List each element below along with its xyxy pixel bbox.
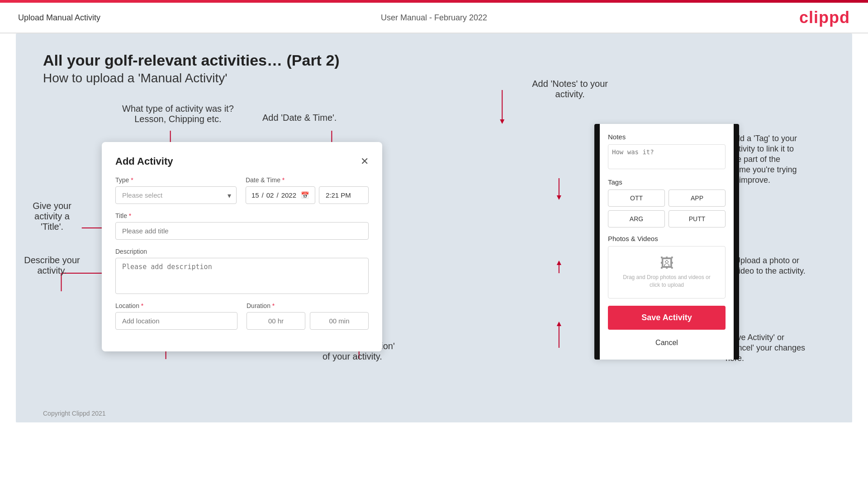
- duration-group: Duration *: [247, 302, 369, 330]
- svg-marker-18: [557, 261, 561, 265]
- date-input[interactable]: 15 / 02 / 2022 📅: [246, 186, 315, 204]
- location-input[interactable]: [115, 312, 237, 330]
- logo: clippd: [799, 8, 850, 27]
- calendar-icon[interactable]: 📅: [301, 191, 309, 199]
- cancel-link[interactable]: Cancel: [608, 335, 726, 351]
- upload-icon: 🖼: [613, 256, 721, 271]
- page-subtitle: How to upload a 'Manual Activity': [43, 71, 825, 85]
- annotation-description: Describe your activity.: [20, 255, 84, 276]
- dialog-title: Add Activity: [115, 156, 173, 167]
- duration-inputs: [247, 312, 369, 330]
- duration-hours[interactable]: [247, 312, 305, 330]
- description-label: Description: [115, 248, 369, 255]
- description-input[interactable]: [115, 258, 369, 294]
- type-select[interactable]: Please select: [115, 186, 237, 204]
- type-datetime-row: Type * Please select Date & Time * 15 / …: [115, 176, 369, 204]
- location-label: Location *: [115, 302, 237, 309]
- title-group: Title *: [115, 212, 369, 240]
- date-day: 15: [251, 191, 259, 199]
- tag-app[interactable]: APP: [669, 190, 726, 207]
- page-label: Upload Manual Activity: [18, 13, 100, 23]
- upload-text: Drag and Drop photos and videos or click…: [613, 274, 721, 289]
- datetime-label: Date & Time *: [246, 176, 369, 184]
- notes-label: Notes: [608, 133, 726, 141]
- date-month: 02: [266, 191, 274, 199]
- tag-ott[interactable]: OTT: [608, 190, 665, 207]
- add-activity-dialog: Add Activity ✕ Type * Please select Date…: [102, 142, 382, 351]
- copyright: Copyright Clippd 2021: [43, 410, 106, 417]
- phone-panel: Notes Tags OTT APP ARG PUTT Photos & Vid…: [594, 124, 739, 360]
- svg-marker-20: [557, 322, 561, 326]
- close-button[interactable]: ✕: [360, 156, 369, 166]
- annotation-tags: Add a 'Tag' to your activity to link it …: [730, 133, 830, 185]
- notes-textarea[interactable]: [608, 144, 726, 169]
- type-group: Type * Please select: [115, 176, 237, 204]
- annotation-save: 'Save Activity' or 'Cancel' your changes…: [726, 332, 830, 363]
- date-year: 2022: [281, 191, 296, 199]
- main-content: All your golf-relevant activities… (Part…: [16, 33, 852, 422]
- tag-arg[interactable]: ARG: [608, 210, 665, 227]
- svg-marker-14: [500, 119, 504, 124]
- description-group: Description: [115, 248, 369, 294]
- dialog-header: Add Activity ✕: [115, 156, 369, 167]
- upload-area[interactable]: 🖼 Drag and Drop photos and videos or cli…: [608, 246, 726, 298]
- location-group: Location *: [115, 302, 237, 330]
- annotation-notes: Add 'Notes' to your activity.: [532, 79, 608, 99]
- manual-label: User Manual - February 2022: [381, 13, 487, 23]
- annotation-title: Give your activity a 'Title'.: [20, 201, 84, 232]
- annotation-activity-type: What type of activity was it? Lesson, Ch…: [122, 104, 234, 124]
- page-title: All your golf-relevant activities… (Part…: [43, 52, 825, 69]
- duration-label: Duration *: [247, 302, 369, 309]
- photos-label: Photos & Videos: [608, 235, 726, 242]
- annotation-datetime: Add 'Date & Time'.: [262, 113, 337, 123]
- location-duration-row: Location * Duration *: [115, 302, 369, 330]
- title-label: Title *: [115, 212, 369, 219]
- top-bar: Upload Manual Activity User Manual - Feb…: [0, 3, 868, 33]
- type-select-wrapper: Please select: [115, 186, 237, 204]
- annotation-upload: Upload a photo or video to the activity.: [735, 255, 830, 276]
- tags-label: Tags: [608, 178, 726, 186]
- phone-content: Notes Tags OTT APP ARG PUTT Photos & Vid…: [600, 124, 734, 360]
- title-input[interactable]: [115, 222, 369, 240]
- duration-minutes[interactable]: [310, 312, 369, 330]
- time-input[interactable]: [319, 186, 369, 204]
- type-label: Type *: [115, 176, 237, 184]
- svg-marker-16: [557, 195, 561, 200]
- tags-grid: OTT APP ARG PUTT: [608, 190, 726, 227]
- save-activity-button[interactable]: Save Activity: [608, 306, 726, 330]
- datetime-group: Date & Time * 15 / 02 / 2022 📅: [246, 176, 369, 204]
- tag-putt[interactable]: PUTT: [669, 210, 726, 227]
